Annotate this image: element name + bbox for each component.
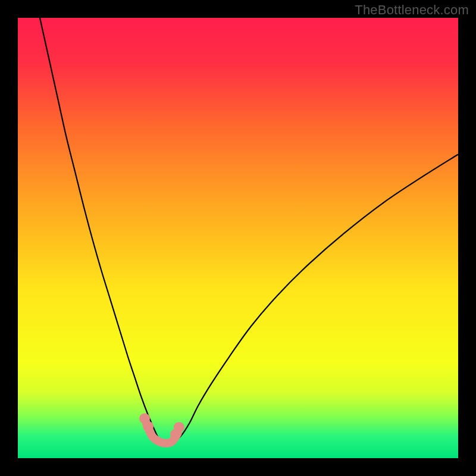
chart-frame: TheBottleneck.com <box>0 0 476 476</box>
plot-area <box>18 18 458 458</box>
highlight-dot <box>174 422 184 433</box>
gradient-background <box>18 18 458 458</box>
highlight-dot <box>143 421 154 432</box>
chart-svg <box>18 18 458 458</box>
watermark-text: TheBottleneck.com <box>355 2 469 18</box>
